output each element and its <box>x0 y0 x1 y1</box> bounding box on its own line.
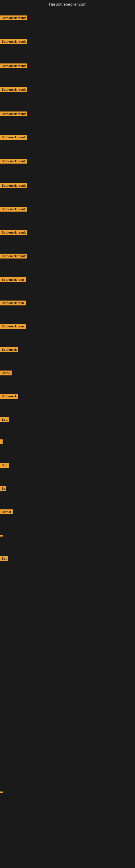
bottleneck-badge <box>0 535 3 536</box>
bottleneck-badge: B <box>0 439 3 444</box>
bottleneck-item[interactable]: Bott <box>0 463 9 469</box>
bottleneck-item[interactable]: Bottleneck result <box>0 159 27 165</box>
bottleneck-item[interactable]: Bottleneck result <box>0 63 27 69</box>
bottleneck-item[interactable] <box>0 789 3 794</box>
bottleneck-badge: Bottleneck resu <box>0 277 26 282</box>
bottleneck-item[interactable]: Bott <box>0 417 9 423</box>
bottleneck-badge: Bottleneck result <box>0 112 27 116</box>
bottleneck-badge <box>0 792 3 793</box>
bottleneck-badge: Bottleneck result <box>0 39 27 44</box>
bottleneck-badge: Bottleneck resu <box>0 301 26 305</box>
bottleneck-badge: Bo <box>0 486 6 491</box>
bottleneck-badge: Bottleneck result <box>0 230 27 235</box>
bottleneck-badge: Bottleneck result <box>0 63 27 68</box>
bottleneck-item[interactable]: Bottleneck result <box>0 135 27 141</box>
bottleneck-item[interactable]: Bottle <box>0 371 12 376</box>
bottleneck-item[interactable]: Bottleneck resu <box>0 301 26 307</box>
bottleneck-badge: Bot <box>0 556 8 561</box>
bottleneck-badge: Bottleneck <box>0 394 18 399</box>
site-title: TheBottlenecker.com <box>0 0 135 8</box>
bottleneck-badge: Bottleneck result <box>0 135 27 140</box>
bottleneck-item[interactable]: Bottleneck result <box>0 183 27 189</box>
bottleneck-item[interactable]: Bottleneck result <box>0 112 27 118</box>
bottleneck-item[interactable]: Bottleneck result <box>0 16 27 22</box>
bottleneck-item[interactable]: Bottleneck <box>0 394 18 400</box>
bottleneck-item[interactable]: Bottleneck result <box>0 39 27 45</box>
bottleneck-item[interactable]: Bottleneck result <box>0 207 27 213</box>
bottleneck-badge: Bottleneck result <box>0 87 27 92</box>
bottleneck-badge: Bottleneck result <box>0 183 27 188</box>
bottleneck-item[interactable]: Bottleneck result <box>0 87 27 93</box>
bottleneck-item[interactable]: Bottler <box>0 509 13 516</box>
bottleneck-item[interactable] <box>0 533 3 538</box>
bottleneck-badge: Bottle <box>0 371 12 375</box>
bottleneck-badge: Bottleneck <box>0 347 18 352</box>
bottleneck-item[interactable]: Bottleneck result <box>0 230 27 236</box>
bottleneck-badge: Bottleneck resu <box>0 324 26 329</box>
bottleneck-badge: Bottler <box>0 509 13 514</box>
bottleneck-badge: Bottleneck result <box>0 207 27 212</box>
bottleneck-item[interactable]: Bottleneck resu <box>0 277 26 283</box>
bottleneck-badge: Bott <box>0 463 9 468</box>
bottleneck-badge: Bottleneck result <box>0 159 27 163</box>
bottleneck-item[interactable]: Bottleneck result <box>0 254 27 259</box>
bottleneck-item[interactable]: Bottleneck resu <box>0 324 26 330</box>
bottleneck-item[interactable]: Bottleneck <box>0 347 18 353</box>
bottleneck-badge: Bott <box>0 417 9 422</box>
bottleneck-item[interactable]: Bot <box>0 556 8 562</box>
bottleneck-item[interactable]: B <box>0 439 3 445</box>
bottleneck-badge: Bottleneck result <box>0 16 27 20</box>
bottleneck-badge: Bottleneck result <box>0 254 27 258</box>
bottleneck-item[interactable]: Bo <box>0 486 6 492</box>
